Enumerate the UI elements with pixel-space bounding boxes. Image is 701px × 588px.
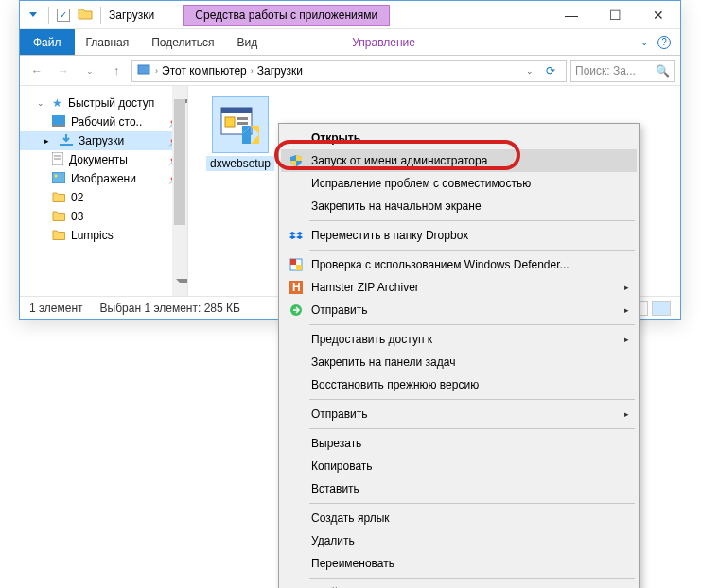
forward-button[interactable]: → xyxy=(52,60,75,82)
ribbon-share-tab[interactable]: Поделиться xyxy=(140,29,225,55)
ctx-label: Вырезать xyxy=(311,437,361,450)
chevron-down-icon[interactable]: ⌄ xyxy=(37,98,44,108)
folder-icon xyxy=(52,191,65,205)
sidebar-label: 02 xyxy=(71,191,83,204)
chevron-down-icon[interactable]: ⌄ xyxy=(640,37,648,47)
ctx-label: Отправить xyxy=(311,303,368,317)
back-button[interactable]: ← xyxy=(26,60,48,82)
titlebar: ✓ Загрузки Средства работы с приложениям… xyxy=(20,1,680,29)
sidebar-downloads[interactable]: ▸ Загрузки 📌 xyxy=(20,131,187,150)
down-arrow-icon[interactable] xyxy=(26,8,41,23)
ctx-label: Вставить xyxy=(311,482,359,495)
sidebar-pictures[interactable]: Изображени 📌 xyxy=(20,169,187,188)
help-icon[interactable]: ? xyxy=(657,36,671,49)
ribbon-file-tab[interactable]: Файл xyxy=(20,29,75,55)
ctx-copy[interactable]: Копировать xyxy=(281,455,637,477)
breadcrumb-downloads[interactable]: Загрузки xyxy=(257,64,303,78)
up-button[interactable]: ↑ xyxy=(105,60,128,82)
nav-pane: ⌄ ★ Быстрый доступ Рабочий сто.. 📌 ▸ Заг… xyxy=(20,86,188,296)
send-icon xyxy=(289,303,304,318)
sidebar-scrollbar[interactable] xyxy=(172,86,187,296)
sidebar-label: Документы xyxy=(69,153,128,166)
separator xyxy=(48,7,49,24)
file-item-dxwebsetup[interactable]: dxwebsetup xyxy=(200,97,281,171)
ctx-label: Проверка с использованием Windows Defend… xyxy=(311,258,570,271)
separator xyxy=(309,220,635,221)
ctx-pin-taskbar[interactable]: Закрепить на панели задач xyxy=(281,351,637,373)
ctx-label: Предоставить доступ к xyxy=(311,333,432,346)
ctx-give-access[interactable]: Предоставить доступ к▸ xyxy=(281,328,637,351)
svg-rect-1 xyxy=(52,115,65,125)
ctx-run-as-admin[interactable]: Запуск от имени администратора xyxy=(281,149,637,172)
ctx-defender-scan[interactable]: Проверка с использованием Windows Defend… xyxy=(281,253,637,276)
sidebar-desktop[interactable]: Рабочий сто.. 📌 xyxy=(20,112,187,131)
ctx-label: Создать ярлык xyxy=(311,511,390,525)
chevron-right-icon[interactable]: › xyxy=(251,66,254,76)
window-title: Загрузки xyxy=(109,9,154,22)
sidebar-quick-access[interactable]: ⌄ ★ Быстрый доступ xyxy=(20,94,187,112)
ctx-move-dropbox[interactable]: Переместить в папку Dropbox xyxy=(281,224,637,247)
ctx-paste[interactable]: Вставить xyxy=(281,477,637,500)
pictures-icon xyxy=(52,172,65,186)
sidebar-folder-02[interactable]: 02 xyxy=(20,188,187,207)
sidebar-folder-lumpics[interactable]: Lumpics xyxy=(20,226,187,245)
ctx-restore-version[interactable]: Восстановить прежнюю версию xyxy=(281,373,637,396)
ctx-delete[interactable]: Удалить xyxy=(281,529,637,552)
svg-text:H: H xyxy=(292,281,301,294)
chevron-right-icon: ▸ xyxy=(624,283,629,292)
svg-rect-15 xyxy=(290,259,296,265)
ctx-pin-start[interactable]: Закрепить на начальном экране xyxy=(281,195,637,217)
recent-dropdown[interactable]: ⌄ xyxy=(79,60,101,82)
chevron-right-icon: ▸ xyxy=(624,305,629,315)
ctx-label: Закрепить на начальном экране xyxy=(311,199,482,213)
search-input[interactable]: Поиск: За... 🔍 xyxy=(570,60,675,82)
ctx-rename[interactable]: Переименовать xyxy=(281,552,637,575)
minimize-button[interactable]: — xyxy=(550,2,593,28)
separator xyxy=(100,7,101,24)
folder-icon xyxy=(52,229,65,243)
icons-view-button[interactable] xyxy=(652,301,671,316)
svg-point-8 xyxy=(55,174,58,177)
ctx-send-to-2[interactable]: Отправить▸ xyxy=(281,403,637,425)
separator xyxy=(309,399,635,400)
sidebar-documents[interactable]: Документы 📌 xyxy=(20,150,187,169)
download-icon xyxy=(60,133,73,149)
hamster-icon: H xyxy=(289,280,304,295)
ctx-properties[interactable]: Свойства xyxy=(281,581,637,588)
address-input[interactable]: › Этот компьютер › Загрузки ⌄ ⟳ xyxy=(131,60,567,82)
search-placeholder: Поиск: За... xyxy=(575,64,636,78)
ctx-troubleshoot-compat[interactable]: Исправление проблем с совместимостью xyxy=(281,172,637,195)
folder-icon xyxy=(78,7,93,23)
ctx-hamster-zip[interactable]: H Hamster ZIP Archiver ▸ xyxy=(281,276,637,299)
ribbon-context-tab[interactable]: Средства работы с приложениями xyxy=(183,5,390,26)
ribbon-manage-tab[interactable]: Управление xyxy=(341,29,427,55)
folder-icon xyxy=(52,210,65,224)
ribbon-help: ⌄ ? xyxy=(640,29,680,55)
address-bar: ← → ⌄ ↑ › Этот компьютер › Загрузки ⌄ ⟳ … xyxy=(20,56,680,86)
ctx-create-shortcut[interactable]: Создать ярлык xyxy=(281,507,637,529)
chevron-right-icon[interactable]: ▸ xyxy=(44,136,52,146)
close-button[interactable]: ✕ xyxy=(637,2,680,28)
maximize-button[interactable]: ☐ xyxy=(593,2,637,28)
ctx-label: Отправить xyxy=(311,407,368,421)
ctx-send-to-1[interactable]: Отправить ▸ xyxy=(281,299,637,321)
chevron-right-icon[interactable]: › xyxy=(155,66,158,76)
sidebar-folder-03[interactable]: 03 xyxy=(20,207,187,226)
desktop-icon xyxy=(52,115,65,130)
ctx-cut[interactable]: Вырезать xyxy=(281,432,637,455)
address-dropdown-icon[interactable]: ⌄ xyxy=(526,66,534,76)
star-icon: ★ xyxy=(52,96,62,110)
ctx-label: Открыть xyxy=(311,131,360,145)
breadcrumb-this-pc[interactable]: Этот компьютер xyxy=(162,64,247,78)
ribbon-view-tab[interactable]: Вид xyxy=(225,29,269,55)
file-name: dxwebsetup xyxy=(206,156,274,171)
quick-access-toolbar: ✓ Загрузки xyxy=(20,7,154,24)
ctx-label: Восстановить прежнюю версию xyxy=(311,378,479,391)
refresh-button[interactable]: ⟳ xyxy=(539,64,562,78)
ctx-label: Копировать xyxy=(311,459,373,473)
ribbon-home-tab[interactable]: Главная xyxy=(75,29,141,55)
checkbox-icon[interactable]: ✓ xyxy=(57,9,70,22)
sidebar-label: Изображени xyxy=(71,172,136,185)
sidebar-label: Загрузки xyxy=(79,134,124,147)
ctx-open[interactable]: Открыть xyxy=(281,127,637,149)
